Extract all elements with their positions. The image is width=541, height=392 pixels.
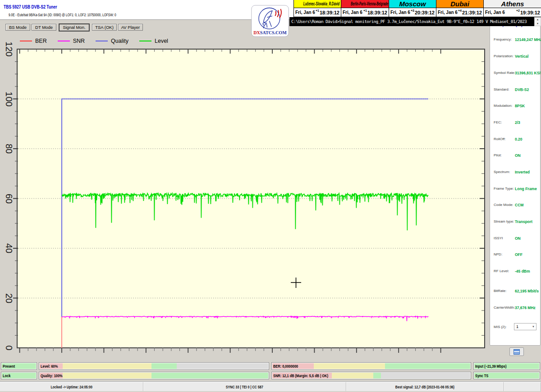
chevron-down-icon: ▼ [532,325,536,328]
clock-date: Fri, Jan 6 [438,10,458,15]
tab-signal-mon-[interactable]: Signal Mon. [59,24,89,31]
clock-berlin-paris-vienna-belgrade: Berlin-Paris-Vienna-BelgradeFri, Jan 6+1… [341,0,389,17]
param-label: NPD: [494,252,502,256]
legend-label-snr: SNR [73,38,85,44]
transponder-panel: Frequency:12149,247 MHzPolarization:Vert… [490,22,541,346]
legend-label-quality: Quality [111,38,128,44]
world-clocks: Lučenec-Slovakia_R.DávidFri, Jan 6+118:3… [293,0,541,17]
clock-date: Fri, Jan 6 [295,10,315,15]
param-label: ISSYI [494,236,503,240]
y-axis-label-120: 120 [2,42,16,56]
tab-bs-mode[interactable]: BS Mode [5,24,30,31]
clock-moscow: MoscowFri, Jan 6+320:39:12 [389,0,436,17]
quality-meter: Quality: 100% [39,372,269,379]
clock-utc-offset: +1 [316,9,319,12]
clock-time: 19:39:12 [520,10,540,15]
tab-av-player[interactable]: AV Player [118,24,143,31]
clock-city: Athens [484,0,541,8]
param-value: 0.20 [515,137,523,141]
input-indicator: Input (~21,39 Mbps) [473,362,540,370]
console-scrollbar[interactable]: ▲▼ [534,17,541,26]
clock-utc-offset: +3 [411,9,414,12]
clock-time: 20:39:12 [415,10,435,15]
param-label: FEC: [494,120,502,124]
clock-city: Moscow [389,0,436,8]
y-axis-label-40: 40 [2,242,16,255]
y-axis-label-0: 0 [2,341,16,355]
clock-utc-offset: +4 [458,9,462,12]
clock-datetime: Fri, Jan 6+320:39:12 [389,8,436,17]
clock-dubai: DubaiFri, Jan 6+421:39:12 [436,0,483,17]
statusbar-cell-2: Best signal: 12,7 dB (2023-01-06 05:36) [346,382,504,391]
svg-text:DXSATCS.COM: DXSATCS.COM [253,30,287,35]
clock-utc-offset: +1 [363,9,367,12]
param-value: OFF [515,252,523,257]
param-value: 8PSK [515,104,525,108]
legend-swatch-quality [96,41,108,41]
legend-swatch-level [139,41,151,41]
scroll-down-icon[interactable]: ▼ [535,22,541,26]
param-label: Spectrum: [494,170,510,174]
clock-time: 18:39:12 [367,10,387,15]
param-value: 62,195 Mbit/s [515,289,539,293]
param-label: Symbol Rate: [494,71,515,75]
param-label: RollOff: [494,137,506,141]
param-value: DVB-S2 [515,87,529,92]
clock-lu-enec-slovakia-r-d-vid: Lučenec-Slovakia_R.DávidFri, Jan 6+118:3… [293,0,341,17]
param-label: Standard: [494,87,509,91]
param-value: ON [515,153,521,158]
console-command-line[interactable]: C:\Users\Roman Dávid>Signal monitoring_P… [289,17,534,26]
legend-label-ber: BER [35,38,47,44]
clock-datetime: Fri, Jan 6+118:39:12 [341,8,389,17]
mis-select[interactable]: 1▼ [514,323,536,330]
chart-legend: BERSNRQualityLevel [20,38,179,44]
clock-city: Berlin-Paris-Vienna-Belgrade [341,0,389,8]
scroll-up-icon[interactable]: ▲ [535,18,541,22]
statusbar: Locked -> Uptime: 24:05:00SYNC 33 | TEI … [0,382,541,391]
param-label: Code Mode: [494,203,513,207]
clock-datetime: Fri, Jan 6+421:39:12 [436,8,483,17]
param-value: Inverted [515,170,530,174]
param-value: 31396,831 KS/s [515,71,541,75]
param-label: Frame Type: [494,187,514,191]
clock-datetime: Fri, Jan 6+219:39:12 [484,8,541,17]
tab-tsa-ok-[interactable]: TSA (OK) [92,24,117,31]
param-label: Frequency: [494,37,512,41]
snr-meter: SNR: 12,1 dB (Margin: 5,5 dB | OK) [271,372,471,379]
y-axis-label-100: 100 [2,92,16,106]
legend-label-level: Level [155,38,168,44]
param-value: 2/3 [515,120,520,125]
param-label: BitRate: [494,289,506,293]
clock-date: Fri, Jan 6 [343,10,362,15]
mis-value: 1 [516,324,518,329]
clock-athens: AthensFri, Jan 6+219:39:12 [483,0,541,17]
dxsatcs-logo: DXSATCS.COM [251,1,289,41]
clock-date: Fri, Jan 6 [390,10,410,15]
param-label: Stream type: [494,219,514,223]
param-value: 37,676 MHz [515,305,536,310]
param-value: Long Frame [515,187,537,191]
param-label: Modulation: [494,104,512,108]
y-axis-label-20: 20 [2,292,16,305]
clock-city: Lučenec-Slovakia_R.Dávid [294,0,341,8]
lock-indicator: Lock [1,372,37,379]
statusbar-cell-1: SYNC 33 | TEI 0 | CC 587 [143,382,346,391]
clock-time: 21:39:12 [462,10,482,15]
param-label: CarrierWidth: [494,305,515,310]
legend-swatch-snr [58,41,70,41]
param-value: Vertical [515,54,528,59]
param-value: -45 dBm [515,269,530,273]
statusbar-cell-3 [504,382,541,391]
y-axis-label-60: 60 [2,192,16,205]
tab-dt-mode[interactable]: DT Mode [32,24,56,31]
legend-swatch-ber [20,41,32,41]
clock-city: Dubai [436,0,483,8]
param-value: ON [515,236,521,241]
param-label: Pilot: [494,153,502,157]
param-value: Transport [515,219,532,224]
statusbar-cell-0: Locked -> Uptime: 24:05:00 [0,382,143,391]
param-value: CCM [515,203,523,207]
notes-icon [513,349,520,355]
clock-date: Fri, Jan 6 [485,10,505,15]
panel-notes-button[interactable] [509,347,524,356]
